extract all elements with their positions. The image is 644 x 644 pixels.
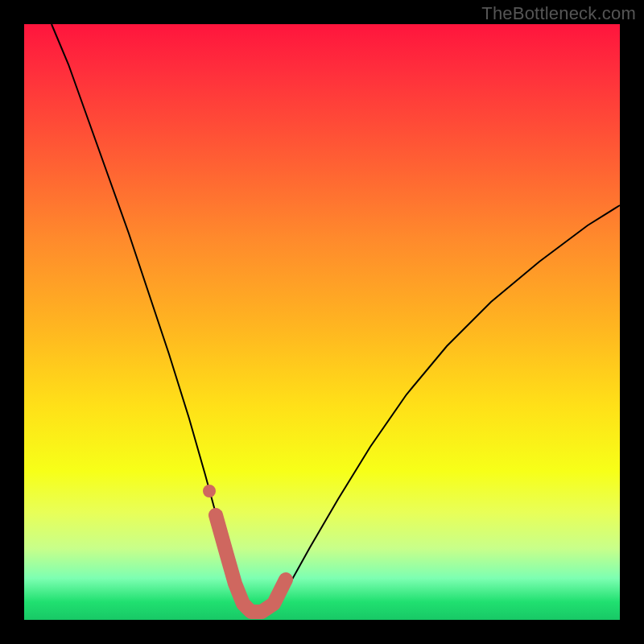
bottleneck-highlight — [216, 515, 286, 612]
watermark-label: TheBottleneck.com — [481, 3, 636, 24]
plot-area — [24, 24, 620, 620]
chart-frame: TheBottleneck.com — [0, 0, 644, 644]
highlight-dot — [203, 485, 216, 497]
curve-svg — [24, 24, 620, 620]
bottleneck-curve — [52, 24, 620, 612]
